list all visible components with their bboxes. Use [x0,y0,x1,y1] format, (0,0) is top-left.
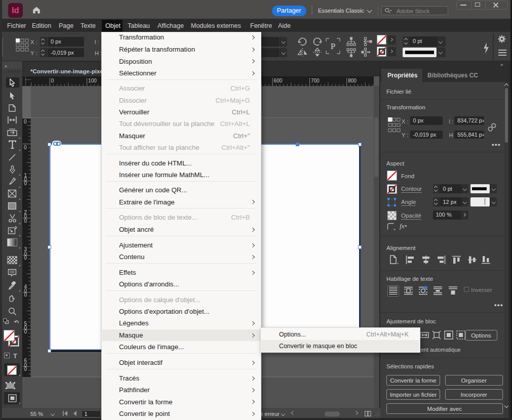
svg-text:0: 0 [24,119,27,124]
svg-text:800: 800 [348,78,357,83]
svg-text:100: 100 [24,173,27,186]
svg-text:700: 700 [311,78,320,83]
svg-text:100: 100 [88,78,97,83]
svg-text:0: 0 [24,145,27,150]
svg-text:500: 500 [24,321,27,334]
svg-text:300: 300 [24,246,27,260]
svg-text:600: 600 [274,78,283,83]
svg-text:400: 400 [24,284,27,298]
svg-text:200: 200 [24,209,27,223]
svg-text:P: P [331,41,335,51]
svg-text:0: 0 [51,78,54,83]
svg-text:600: 600 [24,358,27,371]
